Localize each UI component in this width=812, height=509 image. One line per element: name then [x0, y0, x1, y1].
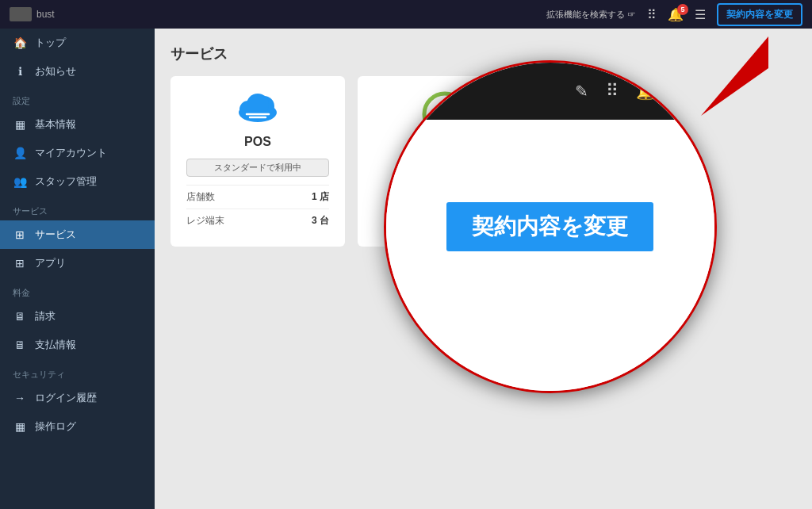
sidebar-item-login-history[interactable]: → ログイン履歴: [0, 384, 155, 412]
copyright: © Smaregi, Inc.: [170, 278, 796, 294]
info-icon: ℹ: [13, 65, 27, 78]
topbar: bust 拡張機能を検索する ☞ ⠿ 🔔 5 ☰ 契約内容を変更: [0, 0, 812, 29]
pos-store-label: 店舗数: [186, 190, 215, 204]
user-icon: 👤: [13, 147, 27, 159]
sidebar-item-services[interactable]: ⊞ サービス: [0, 220, 155, 249]
apps-icon: ⊞: [13, 257, 27, 270]
sidebar: 🏠 トップ ℹ お知らせ 設定 ▦ 基本情報 👤 マイアカウント 👥 スタッフ管…: [0, 29, 155, 509]
menu-icon[interactable]: ☰: [695, 7, 706, 22]
sidebar-item-top[interactable]: 🏠 トップ: [0, 29, 155, 57]
svg-point-3: [247, 94, 269, 116]
pos-name: POS: [244, 135, 271, 149]
detail-link[interactable]: 詳細を見る ☞: [417, 197, 472, 209]
topbar-logo: bust: [10, 7, 55, 21]
sidebar-item-basic-info[interactable]: ▦ 基本情報: [0, 110, 155, 139]
terms-link[interactable]: 利用規約: [170, 262, 796, 278]
services-grid-icon: ⊞: [13, 228, 27, 241]
sidebar-item-top-label: トップ: [35, 36, 66, 50]
pos-register-label: レジ端末: [186, 214, 224, 228]
sidebar-item-payment-label: 支払情報: [35, 338, 76, 352]
cloud-icon: [234, 90, 282, 128]
sidebar-item-my-account[interactable]: 👤 マイアカウント: [0, 139, 155, 167]
sidebar-item-staff-mgmt-label: スタッフ管理: [35, 174, 97, 189]
section-label-services: サービス: [0, 196, 155, 220]
service-cards-row: POS スタンダードで利用中 店舗数 1 店 レジ端末 3 台: [170, 76, 796, 247]
time-card-name: TIME CARD: [414, 147, 476, 160]
grid-icon[interactable]: ⠿: [647, 7, 657, 22]
start-button[interactable]: 利用開始: [415, 170, 475, 193]
sidebar-item-staff-mgmt[interactable]: 👥 スタッフ管理: [0, 167, 155, 196]
sidebar-item-apps[interactable]: ⊞ アプリ: [0, 249, 155, 277]
notification-badge: 5: [677, 4, 688, 15]
section-label-security: セキュリティ: [0, 359, 155, 384]
grid-small-icon: ▦: [13, 118, 27, 131]
sidebar-item-operation-log-label: 操作ログ: [35, 419, 76, 434]
clock-icon: [421, 90, 469, 141]
notification-icon[interactable]: 🔔 5: [668, 7, 684, 22]
login-icon: →: [13, 392, 27, 404]
sidebar-item-operation-log[interactable]: ▦ 操作ログ: [0, 412, 155, 441]
main-content: サービス POS: [155, 29, 812, 509]
sidebar-item-billing[interactable]: 🖥 請求: [0, 302, 155, 331]
section-label-pricing: 料金: [0, 277, 155, 302]
users-icon: 👥: [13, 175, 27, 188]
time-card: TIME CARD 利用開始 詳細を見る ☞: [358, 76, 532, 247]
pos-card: POS スタンダードで利用中 店舗数 1 店 レジ端末 3 台: [170, 76, 345, 247]
version: MyPage ver.2.16.2: [170, 294, 796, 310]
sidebar-item-apps-label: アプリ: [35, 256, 66, 270]
pos-store-row: 店舗数 1 店: [186, 185, 329, 209]
sidebar-item-news-label: お知らせ: [35, 64, 76, 78]
footer-area: 利用規約 © Smaregi, Inc. MyPage ver.2.16.2: [170, 262, 796, 309]
log-icon: ▦: [13, 420, 27, 433]
payment-icon: 🖥: [13, 339, 27, 351]
contract-change-button-topbar[interactable]: 契約内容を変更: [717, 3, 802, 26]
home-icon: 🏠: [13, 36, 27, 49]
pos-store-value: 1 店: [312, 190, 329, 204]
layout: 🏠 トップ ℹ お知らせ 設定 ▦ 基本情報 👤 マイアカウント 👥 スタッフ管…: [0, 29, 812, 509]
sidebar-item-payment[interactable]: 🖥 支払情報: [0, 331, 155, 359]
svg-line-8: [445, 114, 454, 119]
logo-icon: [10, 7, 32, 21]
sidebar-item-login-history-label: ログイン履歴: [35, 391, 97, 405]
page-title: サービス: [170, 44, 796, 63]
sidebar-item-my-account-label: マイアカウント: [35, 146, 107, 160]
sidebar-item-billing-label: 請求: [35, 309, 56, 323]
sidebar-item-services-label: サービス: [35, 228, 76, 242]
billing-icon: 🖥: [13, 310, 27, 323]
pos-status-badge: スタンダードで利用中: [186, 159, 329, 177]
pos-card-header: POS: [186, 90, 329, 149]
section-label-settings: 設定: [0, 86, 155, 110]
sidebar-item-news[interactable]: ℹ お知らせ: [0, 57, 155, 86]
topbar-right: 拡張機能を検索する ☞ ⠿ 🔔 5 ☰ 契約内容を変更: [546, 3, 802, 26]
search-extensions-link[interactable]: 拡張機能を検索する ☞: [546, 9, 636, 21]
logo-text: bust: [36, 9, 55, 20]
pos-register-value: 3 台: [312, 214, 329, 228]
pos-register-row: レジ端末 3 台: [186, 209, 329, 232]
sidebar-item-basic-info-label: 基本情報: [35, 117, 76, 132]
